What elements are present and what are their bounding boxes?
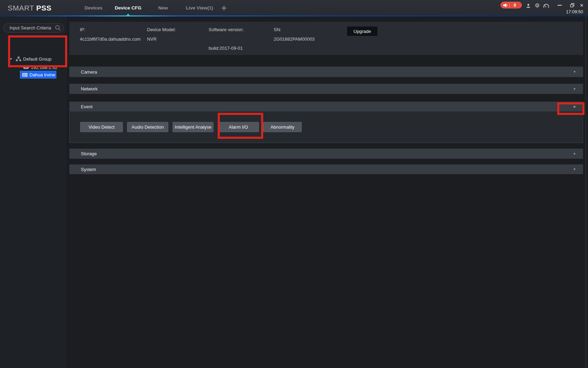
tree-item-device-ip[interactable]: 192.168.1.32 <box>23 63 57 71</box>
section-system-label: System <box>81 167 96 172</box>
tree-item-default-group[interactable]: Default Group <box>16 55 51 63</box>
section-camera[interactable]: Camera ▼ <box>69 67 583 77</box>
tab-devices[interactable]: Devices <box>84 0 102 15</box>
software-value: build:2017-09-01 <box>209 46 243 51</box>
device-tree-sidebar: Default Group 192.168.1.32 Dahua Irvine <box>0 16 66 368</box>
sn-value: 2G01682PAM00003 <box>274 36 315 42</box>
section-event-label: Event <box>81 104 92 109</box>
performance-gauge-icon[interactable] <box>542 2 550 9</box>
group-icon <box>16 56 21 61</box>
restore-button[interactable] <box>568 2 576 8</box>
upgrade-button[interactable]: Upgrade <box>347 27 377 36</box>
section-storage-label: Storage <box>81 151 97 156</box>
chevron-down-icon[interactable]: ▼ <box>573 168 576 171</box>
intelligent-analyse-button[interactable]: Intelligent Analyse <box>173 122 214 132</box>
chevron-down-icon[interactable]: ▼ <box>573 70 576 74</box>
minimize-button[interactable] <box>556 2 564 8</box>
tab-new[interactable]: New <box>158 0 168 15</box>
tree-item-label: Default Group <box>23 56 51 62</box>
alarm-count: 0 <box>510 3 522 8</box>
section-network[interactable]: Network ▼ <box>69 84 583 94</box>
tree-expander-icon[interactable] <box>9 58 12 60</box>
clock: 17:09:50 <box>566 9 583 14</box>
tree-item-dahua-irvine-selected[interactable]: Dahua Irvine <box>20 71 56 79</box>
sn-label: SN: <box>274 27 281 32</box>
tab-live-view[interactable]: Live View(1) <box>186 0 213 15</box>
ip-value: 4c11bf6f7d0a.dahuaddns.com <box>80 36 141 42</box>
alarm-io-button[interactable]: Alarm I/O <box>218 122 259 132</box>
tree-item-label: Dahua Irvine <box>29 72 55 77</box>
event-section-content: Video Detect Audio Detection Intelligent… <box>69 111 583 143</box>
model-label: Device Model: <box>147 27 176 32</box>
alarm-badge[interactable]: 0 <box>500 2 522 8</box>
section-camera-label: Camera <box>81 69 97 75</box>
ip-label: IP: <box>80 27 85 32</box>
chevron-down-icon[interactable]: ▼ <box>573 87 576 91</box>
section-system[interactable]: System ▼ <box>69 164 583 174</box>
app-logo-smart: SMART <box>8 4 34 12</box>
chevron-down-icon[interactable]: ▼ <box>573 152 576 156</box>
recorder-icon <box>22 73 28 77</box>
video-detect-button[interactable]: Video Detect <box>80 122 123 132</box>
chevron-right-icon[interactable]: ▶ <box>574 105 576 108</box>
app-logo: SMART PSS <box>8 4 51 12</box>
tab-device-cfg[interactable]: Device CFG <box>115 0 141 15</box>
tab-underline <box>0 15 588 16</box>
app-logo-pss: PSS <box>36 4 52 12</box>
tree-item-label: 192.168.1.32 <box>31 65 57 70</box>
search-icon <box>55 25 61 31</box>
active-tab-pointer-icon <box>126 14 130 15</box>
settings-gear-icon[interactable]: ⚙ <box>534 2 541 9</box>
audio-detection-button[interactable]: Audio Detection <box>127 122 168 132</box>
scrollbar[interactable] <box>585 16 588 368</box>
nvr-device-icon <box>23 66 29 69</box>
model-value: NVR <box>147 36 156 42</box>
user-icon[interactable] <box>525 2 532 9</box>
device-info-panel: IP: Device Model: Software version: SN: … <box>69 22 583 55</box>
section-event[interactable]: Event ▶ <box>69 102 583 111</box>
add-tab-button[interactable]: + <box>221 0 227 16</box>
section-network-label: Network <box>81 86 98 91</box>
smartpss-window: SMART PSS Devices Device CFG New Live Vi… <box>0 0 588 368</box>
close-button[interactable]: ✕ <box>578 2 586 8</box>
abnormality-button[interactable]: Abnormality <box>263 122 302 132</box>
section-storage[interactable]: Storage ▼ <box>69 149 583 159</box>
speaker-icon <box>503 3 508 7</box>
titlebar: SMART PSS Devices Device CFG New Live Vi… <box>0 0 588 15</box>
software-label: Software version: <box>209 27 244 32</box>
